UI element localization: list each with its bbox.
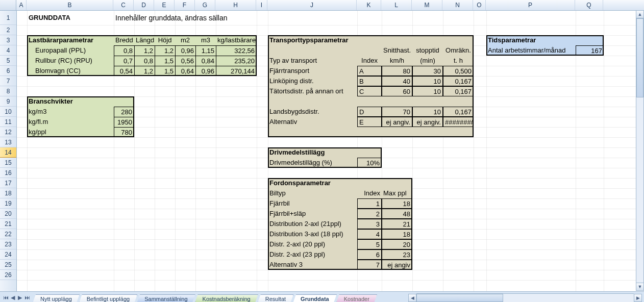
trans-idx: D — [357, 107, 382, 117]
trans-hdr-bot: km/h — [382, 56, 412, 66]
page-subtitle: Innehåller grunddata, ändras sällan — [114, 11, 257, 25]
row-header-26[interactable]: 26 — [0, 270, 16, 280]
col-header-E[interactable]: E — [154, 0, 175, 10]
hscroll-track[interactable] — [416, 293, 634, 302]
trans-idx: B — [357, 76, 382, 86]
tab-prev-icon[interactable]: ◀ — [9, 292, 16, 302]
sheet-tab[interactable]: Resultat — [258, 294, 293, 302]
lastbar-val: 1,15 — [195, 45, 216, 56]
lastbar-val: 0,84 — [195, 56, 216, 66]
row-header-14[interactable]: 14 — [0, 147, 16, 158]
vscroll-track[interactable] — [636, 18, 644, 283]
hscroll-thumb[interactable] — [416, 294, 503, 302]
row-header-24[interactable]: 24 — [0, 249, 16, 260]
row-header-3[interactable]: 3 — [0, 35, 16, 45]
col-header-F[interactable]: F — [175, 0, 195, 10]
transporttyp-title: Transporttypsparametrar — [268, 35, 474, 45]
col-header-D[interactable]: D — [134, 0, 154, 10]
lastbar-hdr: kg/lastbärare — [216, 35, 257, 45]
trans-val: 0,167 — [443, 76, 474, 86]
horizontal-scrollbar[interactable]: ◀ ▶ — [408, 294, 642, 302]
row-header-7[interactable]: 7 — [0, 76, 16, 86]
sheet-tab[interactable]: Grunddata — [293, 294, 337, 302]
fordon-val: ej angiv — [382, 260, 412, 270]
col-header-J[interactable]: J — [267, 0, 357, 10]
tab-first-icon[interactable]: ⏮ — [2, 292, 9, 302]
row-header-11[interactable]: 11 — [0, 117, 16, 127]
row-header-10[interactable]: 10 — [0, 107, 16, 117]
row-header-8[interactable]: 8 — [0, 86, 16, 96]
fordon-idx: 2 — [357, 209, 382, 219]
row-header-15[interactable]: 15 — [0, 158, 16, 168]
row-header-6[interactable]: 6 — [0, 66, 16, 76]
col-header-B[interactable]: B — [27, 0, 113, 10]
col-header-C[interactable]: C — [113, 0, 134, 10]
trans-idx: A — [357, 66, 382, 76]
tid-label: Antal arbetstimmar/månad — [486, 45, 576, 56]
vscroll-thumb[interactable] — [636, 18, 643, 97]
col-header-N[interactable]: N — [442, 0, 473, 10]
trans-hdr-typ: Typ av transport — [268, 56, 357, 66]
lastbar-val: 1,2 — [134, 66, 155, 76]
sheet-tab[interactable]: Kostnader — [336, 294, 377, 302]
col-header-L[interactable]: L — [381, 0, 412, 10]
col-header-H[interactable]: H — [215, 0, 256, 10]
fordon-rowname: Distribution 2-axl (21ppl) — [268, 219, 357, 229]
lastbar-val: 0,56 — [175, 56, 195, 66]
trans-val: 0,167 — [443, 86, 474, 96]
col-header-A[interactable]: A — [16, 0, 27, 10]
row-header-16[interactable]: 16 — [0, 168, 16, 178]
vertical-scrollbar[interactable]: ▲ ▼ — [636, 10, 644, 291]
row-header-5[interactable]: 5 — [0, 56, 16, 66]
row-header-21[interactable]: 21 — [0, 219, 16, 229]
sheet-tab[interactable]: Sammanställning — [137, 294, 195, 302]
scroll-down-button[interactable]: ▼ — [636, 283, 644, 291]
row-header-1[interactable]: 1 — [0, 11, 16, 25]
row-header-4[interactable]: 4 — [0, 45, 16, 56]
fordon-rowname: Distribution 3-axl (18 ppl) — [268, 229, 357, 239]
fordon-rowname: Distr. 2-axl (20 ppl) — [268, 239, 357, 249]
col-header-P[interactable]: P — [486, 0, 575, 10]
row-header-17[interactable]: 17 — [0, 178, 16, 188]
row-header-13[interactable]: 13 — [0, 137, 16, 147]
trans-idx: C — [357, 86, 382, 96]
fordon-idx: 3 — [357, 219, 382, 229]
cell-grid[interactable]: GRUNDDATA Innehåller grunddata, ändras s… — [17, 11, 644, 291]
row-header-9[interactable]: 9 — [0, 96, 16, 107]
col-header-M[interactable]: M — [412, 0, 442, 10]
scroll-left-button[interactable]: ◀ — [408, 294, 416, 302]
col-header-K[interactable]: K — [357, 0, 381, 10]
sheet-tab[interactable]: Kostnadsberäkning — [195, 294, 258, 302]
sheet-tab[interactable]: Befintligt upplägg — [79, 294, 137, 302]
row-header-25[interactable]: 25 — [0, 260, 16, 270]
row-header-20[interactable]: 20 — [0, 209, 16, 219]
trans-rowname: Linköping distr. — [268, 76, 357, 86]
scroll-up-button[interactable]: ▲ — [636, 10, 644, 18]
col-header-O[interactable]: O — [473, 0, 486, 10]
trans-rowname: Fjärrtransport — [268, 66, 357, 76]
lastbar-val: 235,20 — [216, 56, 257, 66]
sheet-tab[interactable]: Nytt upplägg — [33, 294, 80, 302]
lastbar-val: 0,8 — [114, 45, 134, 56]
row-header-2[interactable]: 2 — [0, 25, 16, 35]
col-header-G[interactable]: G — [195, 0, 215, 10]
lastbar-val: 0,64 — [175, 66, 195, 76]
trans-hdr-idx: Index — [357, 56, 382, 66]
tab-next-icon[interactable]: ▶ — [16, 292, 23, 302]
row-header-22[interactable]: 22 — [0, 229, 16, 239]
row-header-19[interactable]: 19 — [0, 198, 16, 209]
lastbar-val: 0,54 — [114, 66, 134, 76]
fordon-hdr-idx: Index — [357, 188, 382, 198]
row-header-12[interactable]: 12 — [0, 127, 16, 137]
row-header-23[interactable]: 23 — [0, 239, 16, 249]
trans-val: 70 — [382, 107, 412, 117]
fordon-rowname: Distr. 2-axl (23 ppl) — [268, 249, 357, 260]
trans-rowname: Landsbygdsdistr. — [268, 107, 357, 117]
scroll-right-button[interactable]: ▶ — [634, 294, 642, 302]
col-header-Q[interactable]: Q — [575, 0, 603, 10]
tab-last-icon[interactable]: ⏭ — [23, 292, 31, 302]
fordon-idx: 1 — [357, 198, 382, 209]
select-all-corner[interactable] — [0, 0, 16, 10]
row-header-18[interactable]: 18 — [0, 188, 16, 198]
col-header-I[interactable]: I — [256, 0, 267, 10]
